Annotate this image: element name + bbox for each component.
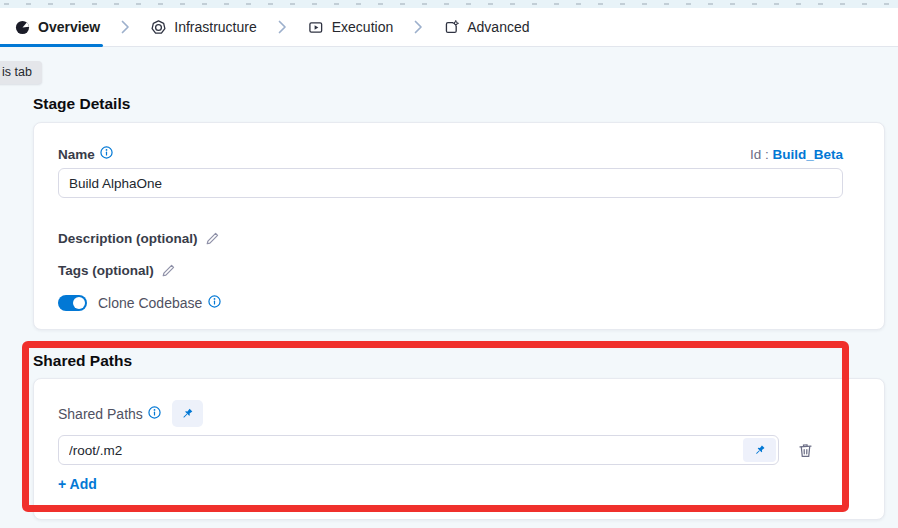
tab-execution-label: Execution: [332, 19, 393, 35]
pin-input-type-button[interactable]: [743, 438, 776, 462]
tab-advanced[interactable]: Advanced: [444, 8, 529, 46]
info-icon[interactable]: [148, 406, 161, 422]
delete-path-button[interactable]: [796, 441, 815, 460]
tab-advanced-label: Advanced: [467, 19, 529, 35]
tab-overview[interactable]: Overview: [15, 8, 100, 46]
overview-pie-icon: [15, 20, 30, 35]
description-row: Description (optional): [58, 231, 860, 246]
tooltip-chip: is tab: [0, 61, 42, 84]
infrastructure-hexagon-icon: [151, 20, 166, 35]
edit-description-button[interactable]: [205, 231, 220, 246]
id-value-link[interactable]: Build_Beta: [772, 147, 843, 162]
name-label-text: Name: [58, 147, 95, 162]
shared-path-input-wrap: [58, 435, 779, 465]
chevron-right-icon: [414, 20, 423, 34]
active-tab-underline: [0, 44, 103, 47]
tab-infrastructure[interactable]: Infrastructure: [151, 8, 256, 46]
pin-input-type-button[interactable]: [172, 400, 203, 427]
clone-codebase-toggle[interactable]: [58, 295, 87, 311]
stage-tabbar: Overview Infrastructure Execution: [0, 8, 898, 47]
clone-codebase-label-text: Clone Codebase: [98, 295, 202, 311]
shared-paths-heading: Shared Paths: [33, 352, 132, 370]
execution-play-icon: [308, 20, 324, 35]
pipeline-canvas-strip: [0, 0, 898, 8]
description-label: Description (optional): [58, 231, 198, 246]
tags-label: Tags (optional): [58, 263, 154, 278]
shared-path-input[interactable]: [58, 435, 779, 465]
add-shared-path-link[interactable]: + Add: [58, 476, 97, 492]
tab-execution[interactable]: Execution: [308, 8, 393, 46]
shared-paths-label-text: Shared Paths: [58, 406, 143, 422]
id-label: Id :: [750, 147, 769, 162]
shared-paths-label-row: Shared Paths: [58, 400, 860, 427]
name-label: Name: [58, 146, 113, 162]
clone-codebase-row: Clone Codebase: [58, 295, 860, 311]
tab-infrastructure-label: Infrastructure: [174, 19, 256, 35]
shared-path-row: [58, 435, 860, 465]
advanced-gear-icon: [444, 20, 459, 35]
shared-paths-field-label: Shared Paths: [58, 406, 161, 422]
shared-paths-card: Shared Paths: [33, 378, 885, 520]
stage-details-heading: Stage Details: [33, 95, 130, 113]
toggle-knob: [73, 297, 85, 309]
name-row: Name Id : Build_Beta: [58, 146, 843, 162]
stage-id: Id : Build_Beta: [750, 147, 843, 162]
tooltip-chip-label: is tab: [2, 65, 32, 79]
edit-tags-button[interactable]: [161, 263, 176, 278]
tab-overview-label: Overview: [38, 19, 100, 35]
stage-name-input[interactable]: [58, 168, 843, 198]
tags-row: Tags (optional): [58, 263, 860, 278]
clone-codebase-label: Clone Codebase: [98, 295, 221, 311]
chevron-right-icon: [278, 20, 287, 34]
info-icon[interactable]: [208, 295, 221, 311]
info-icon[interactable]: [100, 146, 113, 162]
stage-details-card: Name Id : Build_Beta Description (option…: [33, 122, 885, 330]
chevron-right-icon: [121, 20, 130, 34]
